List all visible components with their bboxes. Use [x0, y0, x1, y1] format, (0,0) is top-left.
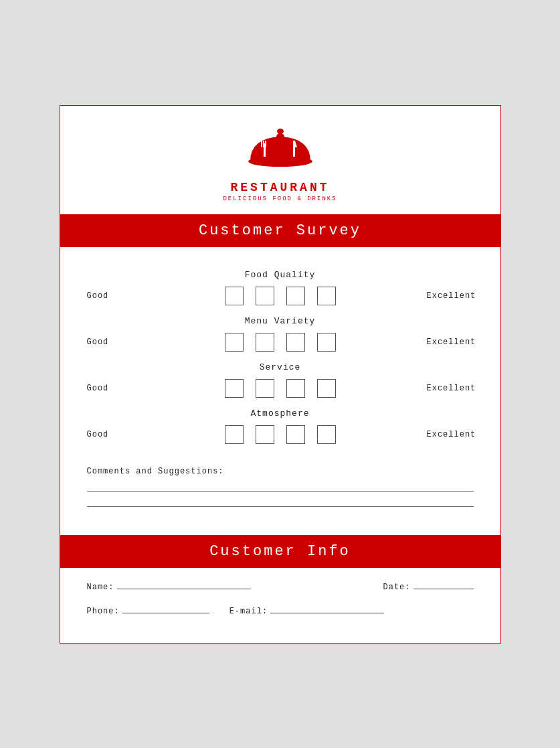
atmosphere-good: Good	[87, 430, 134, 439]
service-cb-2[interactable]	[256, 379, 274, 398]
svg-point-3	[277, 129, 284, 134]
service-cb-4[interactable]	[317, 379, 336, 398]
date-label: Date:	[383, 583, 410, 592]
email-field: E-mail:	[229, 604, 384, 616]
atmosphere-cb-2[interactable]	[256, 425, 274, 444]
menu-variety-row: Good Excellent	[87, 333, 474, 352]
service-cb-3[interactable]	[286, 379, 305, 398]
atmosphere-label: Atmosphere	[87, 408, 474, 419]
restaurant-name: RESTAURANT	[230, 181, 329, 194]
email-label: E-mail:	[229, 607, 268, 616]
atmosphere-cb-1[interactable]	[225, 425, 244, 444]
menu-variety-cb-3[interactable]	[286, 333, 305, 352]
date-field: Date:	[383, 580, 473, 592]
menu-variety-label: Menu Variety	[87, 316, 474, 326]
atmosphere-cb-4[interactable]	[317, 425, 336, 444]
service-checkboxes	[225, 379, 336, 398]
survey-form: RESTAURANT DELICIOUS FOOD & DRINKS Custo…	[60, 105, 501, 644]
service-excellent: Excellent	[427, 384, 474, 393]
comments-section: Comments and Suggestions:	[60, 460, 500, 535]
menu-variety-cb-4[interactable]	[317, 333, 336, 352]
info-banner: Customer Info	[60, 535, 500, 568]
service-good: Good	[87, 384, 134, 393]
food-quality-cb-1[interactable]	[225, 287, 244, 305]
food-quality-row: Good Excellent	[87, 287, 474, 305]
menu-variety-cb-1[interactable]	[225, 333, 244, 352]
food-quality-good: Good	[87, 291, 134, 301]
phone-field: Phone:	[87, 604, 209, 616]
restaurant-logo-icon	[244, 125, 317, 178]
menu-variety-checkboxes	[225, 333, 336, 352]
food-quality-label: Food Quality	[87, 270, 474, 280]
service-row: Good Excellent	[87, 379, 474, 398]
comment-line-2	[87, 506, 474, 507]
food-quality-cb-3[interactable]	[286, 287, 305, 305]
menu-variety-excellent: Excellent	[427, 338, 474, 347]
phone-label: Phone:	[87, 607, 120, 616]
logo-area: RESTAURANT DELICIOUS FOOD & DRINKS	[60, 106, 500, 214]
food-quality-excellent: Excellent	[427, 291, 474, 301]
food-quality-cb-4[interactable]	[317, 287, 336, 305]
menu-variety-cb-2[interactable]	[256, 333, 274, 352]
atmosphere-row: Good Excellent	[87, 425, 474, 444]
restaurant-sub: DELICIOUS FOOD & DRINKS	[223, 196, 337, 202]
atmosphere-excellent: Excellent	[427, 430, 474, 439]
name-field: Name:	[87, 580, 251, 592]
food-quality-checkboxes	[225, 287, 336, 305]
service-label: Service	[87, 362, 474, 372]
email-underline[interactable]	[270, 604, 384, 613]
atmosphere-cb-3[interactable]	[286, 425, 305, 444]
phone-underline[interactable]	[122, 604, 209, 613]
info-section: Name: Date: Phone: E-mail:	[60, 568, 500, 643]
info-row-name-date: Name: Date:	[87, 580, 474, 592]
svg-rect-7	[265, 141, 266, 147]
name-label: Name:	[87, 583, 114, 592]
menu-variety-good: Good	[87, 338, 134, 347]
name-underline[interactable]	[117, 580, 251, 589]
svg-rect-6	[263, 141, 264, 147]
survey-section: Food Quality Good Excellent Menu Variety…	[60, 247, 500, 460]
date-underline[interactable]	[413, 580, 474, 589]
atmosphere-checkboxes	[225, 425, 336, 444]
comments-label: Comments and Suggestions:	[87, 467, 474, 476]
comment-line-1	[87, 491, 474, 492]
survey-banner: Customer Survey	[60, 214, 500, 247]
info-row-phone-email: Phone: E-mail:	[87, 604, 474, 616]
service-cb-1[interactable]	[225, 379, 244, 398]
svg-rect-5	[261, 141, 262, 147]
food-quality-cb-2[interactable]	[256, 287, 274, 305]
